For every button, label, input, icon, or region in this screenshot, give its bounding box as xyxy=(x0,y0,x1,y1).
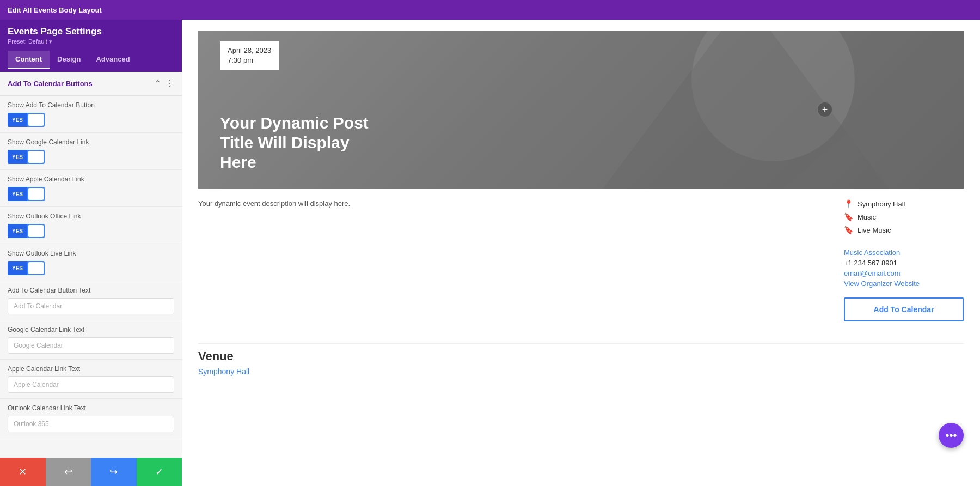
toggle-wrap-google: YES xyxy=(8,150,174,164)
sidebar-content: Add To Calendar Buttons ⌃ ⋮ Show Add To … xyxy=(0,72,182,458)
close-icon: ✕ xyxy=(19,466,27,478)
label-google-calendar-text: Google Calendar Link Text xyxy=(8,326,174,333)
category1-label: Music xyxy=(857,213,876,221)
date-badge: April 28, 2023 7:30 pm xyxy=(220,41,279,70)
label-show-outlook-office: Show Outlook Office Link xyxy=(8,212,174,220)
main-layout: Events Page Settings Preset: Default ▾ C… xyxy=(0,20,980,486)
toggle-wrap-outlook-office: YES xyxy=(8,224,174,238)
toggle-show-google-calendar[interactable]: YES xyxy=(8,150,45,164)
event-date: April 28, 2023 xyxy=(228,46,271,56)
bottom-toolbar: ✕ ↩ ↪ ✓ xyxy=(0,458,182,486)
label-show-add-to-calendar: Show Add To Calendar Button xyxy=(8,101,174,109)
organizer-website-link[interactable]: View Organizer Website xyxy=(844,280,964,288)
input-apple-calendar-text[interactable] xyxy=(8,376,174,393)
organizer-phone: +1 234 567 8901 xyxy=(844,259,964,267)
toggle-show-outlook-live[interactable]: YES xyxy=(8,261,45,275)
meta-category1: 🔖 Music xyxy=(844,212,964,221)
field-show-google-calendar: Show Google Calendar Link YES xyxy=(0,133,182,170)
field-add-to-calendar-text: Add To Calendar Button Text xyxy=(0,281,182,320)
toggle-wrap-outlook-live: YES xyxy=(8,261,174,275)
undo-button[interactable]: ↩ xyxy=(46,458,91,486)
category2-label: Live Music xyxy=(857,226,891,234)
topbar-title: Edit All Events Body Layout xyxy=(8,6,102,14)
tag-icon-2: 🔖 xyxy=(844,226,853,234)
label-show-google-calendar: Show Google Calendar Link xyxy=(8,138,174,146)
venue-name-meta: Symphony Hall xyxy=(857,200,905,208)
venue-section: Venue Symphony Hall xyxy=(198,343,964,376)
section-title: Add To Calendar Buttons xyxy=(8,80,93,88)
organizer-name-link[interactable]: Music Association xyxy=(844,248,964,257)
save-button[interactable]: ✓ xyxy=(137,458,182,486)
location-icon: 📍 xyxy=(844,199,853,208)
organizer-email-link[interactable]: email@email.com xyxy=(844,269,964,277)
event-time: 7:30 pm xyxy=(228,56,271,65)
collapse-icon[interactable]: ⌃ xyxy=(154,78,161,89)
left-content: Your dynamic event description will disp… xyxy=(198,199,828,321)
tab-advanced[interactable]: Advanced xyxy=(88,51,137,69)
sidebar: Events Page Settings Preset: Default ▾ C… xyxy=(0,20,182,486)
close-button[interactable]: ✕ xyxy=(0,458,46,486)
venue-section-title: Venue xyxy=(198,349,964,363)
toggle-yes-label-outlook-office: YES xyxy=(8,224,27,238)
toggle-wrap-apple: YES xyxy=(8,187,174,201)
topbar: Edit All Events Body Layout xyxy=(0,0,980,20)
save-icon: ✓ xyxy=(155,466,163,478)
input-add-to-calendar-text[interactable] xyxy=(8,298,174,314)
field-outlook-calendar-text: Outlook Calendar Link Text xyxy=(0,399,182,438)
meta-venue: 📍 Symphony Hall xyxy=(844,199,964,208)
toggle-knob xyxy=(28,114,44,126)
toggle-show-outlook-office[interactable]: YES xyxy=(8,224,45,238)
redo-button[interactable]: ↪ xyxy=(91,458,137,486)
toggle-knob-outlook-office xyxy=(28,225,44,237)
hero-title: Your Dynamic Post Title Will Display Her… xyxy=(220,113,383,172)
sidebar-header: Events Page Settings Preset: Default ▾ C… xyxy=(0,20,182,72)
tab-design[interactable]: Design xyxy=(50,51,88,69)
label-show-outlook-live: Show Outlook Live Link xyxy=(8,250,174,257)
toggle-show-add-to-calendar[interactable]: YES xyxy=(8,113,45,127)
hero-image: April 28, 2023 7:30 pm Your Dynamic Post… xyxy=(198,31,964,189)
tag-icon-1: 🔖 xyxy=(844,212,853,221)
field-show-apple-calendar: Show Apple Calendar Link YES xyxy=(0,170,182,207)
field-show-outlook-live: Show Outlook Live Link YES xyxy=(0,244,182,281)
undo-icon: ↩ xyxy=(64,466,72,478)
toggle-knob-apple xyxy=(28,188,44,200)
toggle-show-apple-calendar[interactable]: YES xyxy=(8,187,45,201)
preview-area: April 28, 2023 7:30 pm Your Dynamic Post… xyxy=(182,20,980,486)
section-header-add-to-calendar: Add To Calendar Buttons ⌃ ⋮ xyxy=(0,72,182,96)
toggle-yes-label-apple: YES xyxy=(8,187,27,201)
meta-category2: 🔖 Live Music xyxy=(844,226,964,234)
input-google-calendar-text[interactable] xyxy=(8,337,174,354)
add-to-calendar-button[interactable]: Add To Calendar xyxy=(844,297,964,321)
sidebar-title: Events Page Settings xyxy=(8,26,174,37)
tab-content[interactable]: Content xyxy=(8,51,50,69)
add-content-icon[interactable]: + xyxy=(817,101,833,118)
fab-icon: ••• xyxy=(945,429,957,442)
label-apple-calendar-text: Apple Calendar Link Text xyxy=(8,365,174,373)
toggle-wrap-add-to-calendar: YES xyxy=(8,113,174,127)
event-description: Your dynamic event description will disp… xyxy=(198,199,828,208)
venue-link[interactable]: Symphony Hall xyxy=(198,367,249,376)
content-section: Your dynamic event description will disp… xyxy=(198,199,964,321)
toggle-yes-label-outlook-live: YES xyxy=(8,261,27,275)
input-outlook-calendar-text[interactable] xyxy=(8,416,174,432)
fab-button[interactable]: ••• xyxy=(939,423,964,448)
label-add-to-calendar-text: Add To Calendar Button Text xyxy=(8,287,174,294)
sidebar-tabs: Content Design Advanced xyxy=(8,51,174,69)
label-show-apple-calendar: Show Apple Calendar Link xyxy=(8,175,174,183)
hero-shape-triangle2 xyxy=(746,31,964,189)
redo-icon: ↪ xyxy=(109,466,118,478)
toggle-yes-label: YES xyxy=(8,113,27,127)
field-google-calendar-text: Google Calendar Link Text xyxy=(0,320,182,360)
field-show-add-to-calendar: Show Add To Calendar Button YES xyxy=(0,96,182,133)
toggle-knob-outlook-live xyxy=(28,262,44,274)
more-options-icon[interactable]: ⋮ xyxy=(166,78,174,89)
toggle-knob-google xyxy=(28,151,44,163)
label-outlook-calendar-text: Outlook Calendar Link Text xyxy=(8,404,174,412)
field-apple-calendar-text: Apple Calendar Link Text xyxy=(0,360,182,399)
toggle-yes-label-google: YES xyxy=(8,150,27,164)
field-show-outlook-office: Show Outlook Office Link YES xyxy=(0,207,182,244)
right-content: 📍 Symphony Hall 🔖 Music 🔖 Live Music Mus… xyxy=(844,199,964,321)
section-controls: ⌃ ⋮ xyxy=(154,78,174,89)
sidebar-preset[interactable]: Preset: Default ▾ xyxy=(8,38,174,45)
